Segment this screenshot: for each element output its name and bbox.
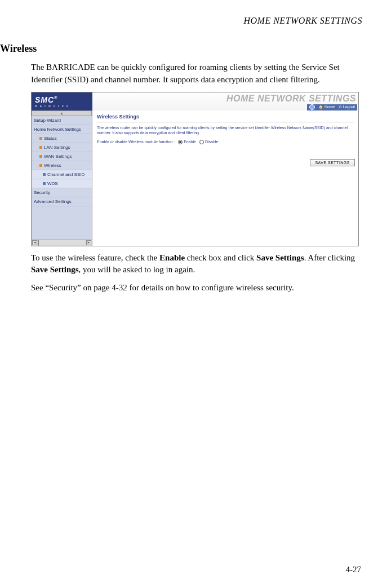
section-title: Wireless — [0, 43, 369, 55]
see-also-paragraph: See “Security” on page 4-32 for details … — [0, 282, 369, 294]
scroll-left-icon[interactable]: ◄ — [32, 240, 37, 245]
top-nav: 🏠 Home ⊙ Logout — [307, 104, 357, 110]
sidebar: ▲ Setup Wizard Home Network Settings Sta… — [32, 110, 92, 246]
embedded-screenshot: SMC® N e t w o r k s HOME NETWORK SETTIN… — [31, 92, 359, 246]
app-topbar: SMC® N e t w o r k s HOME NETWORK SETTIN… — [32, 92, 358, 110]
globe-icon — [309, 104, 315, 110]
scroll-up-button[interactable]: ▲ — [32, 110, 92, 116]
sidebar-horizontal-scrollbar[interactable]: ◄ ► — [32, 240, 92, 246]
panel-description: The wireless router can be quickly confi… — [97, 125, 354, 135]
app-title-banner: HOME NETWORK SETTINGS — [226, 94, 356, 104]
sidebar-item-advanced[interactable]: Advanced Settings — [32, 197, 92, 206]
bullet-icon — [39, 164, 42, 167]
app-body: ▲ Setup Wizard Home Network Settings Sta… — [32, 110, 358, 246]
sidebar-item-lan[interactable]: LAN Settings — [32, 143, 92, 152]
sidebar-item-channel-ssid[interactable]: Channel and SSID — [32, 170, 92, 179]
intro-paragraph: The BARRICADE can be quickly configured … — [0, 61, 369, 86]
sidebar-item-wds[interactable]: WDS — [32, 179, 92, 188]
content-panel: Wireless Settings The wireless router ca… — [92, 110, 358, 246]
sidebar-filler — [32, 206, 92, 240]
sidebar-item-status[interactable]: Status — [32, 134, 92, 143]
header-text: HOME NETWORK SETTINGS — [243, 16, 362, 25]
save-settings-button[interactable]: SAVE SETTINGS — [310, 159, 355, 166]
scroll-track[interactable] — [38, 240, 86, 245]
logo-subtext: N e t w o r k s — [35, 104, 92, 108]
panel-title: Wireless Settings — [97, 114, 354, 120]
sidebar-item-wireless[interactable]: Wireless — [32, 161, 92, 170]
radio-label: Enable or disable Wireless module functi… — [97, 140, 175, 144]
smc-logo: SMC® N e t w o r k s — [32, 92, 92, 110]
bullet-icon — [43, 173, 46, 176]
scroll-thumb[interactable] — [38, 240, 39, 246]
logout-link[interactable]: ⊙ Logout — [339, 105, 355, 109]
logo-main: SMC® — [35, 95, 92, 104]
bullet-icon — [39, 155, 42, 158]
bullet-icon — [39, 146, 42, 149]
divider — [97, 122, 354, 122]
sidebar-item-setup-wizard[interactable]: Setup Wizard — [32, 116, 92, 125]
enable-disable-row: Enable or disable Wireless module functi… — [97, 140, 354, 144]
bullet-icon — [43, 182, 46, 185]
page-header: HOME NETWORK SETTINGS — [0, 0, 369, 26]
page-number: 4-27 — [346, 565, 362, 574]
bullet-icon — [39, 137, 42, 140]
registered-mark-icon: ® — [54, 96, 57, 100]
sidebar-item-wan[interactable]: WAN Settings — [32, 152, 92, 161]
scroll-right-icon[interactable]: ► — [86, 240, 91, 245]
home-link[interactable]: 🏠 Home — [318, 105, 335, 109]
radio-unchecked-icon — [199, 140, 204, 144]
enable-radio[interactable]: Enable — [178, 140, 196, 144]
followup-paragraph: To use the wireless feature, check the E… — [0, 252, 369, 277]
sidebar-item-security[interactable]: Security — [32, 188, 92, 197]
radio-checked-icon — [178, 140, 183, 144]
disable-radio[interactable]: Disable — [199, 140, 218, 144]
sidebar-item-home-network[interactable]: Home Network Settings — [32, 125, 92, 134]
